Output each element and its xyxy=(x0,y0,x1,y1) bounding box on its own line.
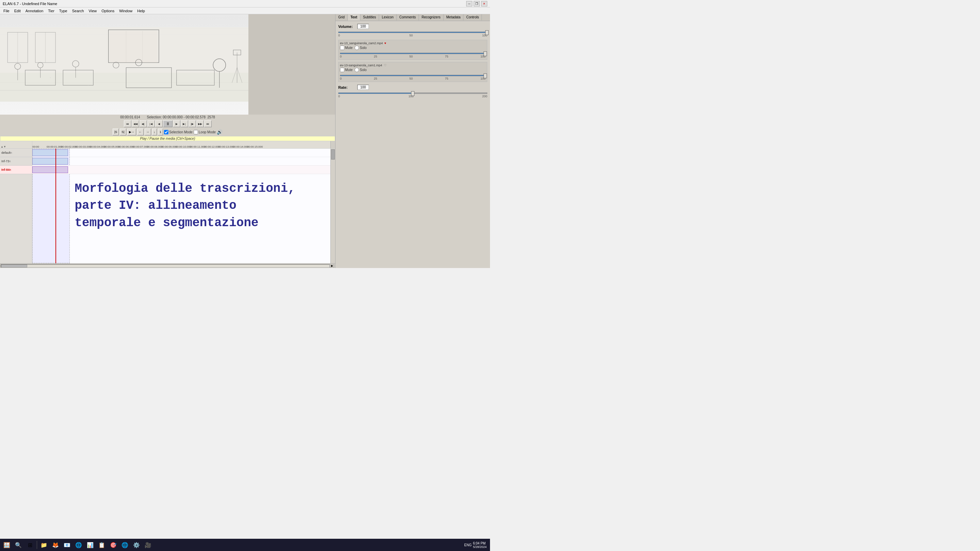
menu-search[interactable]: Search xyxy=(70,8,86,14)
ruler-left-spacer: ▲▼ xyxy=(0,141,32,148)
right-panel: Grid Text Subtitles Lexicon Comments Rec… xyxy=(335,14,490,268)
h-scroll-thumb[interactable] xyxy=(1,265,27,267)
menu-window[interactable]: Window xyxy=(117,8,134,14)
play-pause-button[interactable]: ⏸ xyxy=(163,121,172,127)
loop-mode-checkbox[interactable] xyxy=(194,130,198,134)
left-panel: 00:00:01.614 Selection: 00:00:00.000 - 0… xyxy=(0,14,335,268)
transport-row2: |S S| ▶→ ← → ↓ 1 Selection Mode Loop Mod… xyxy=(0,128,335,136)
media2-fill xyxy=(340,75,485,76)
media2-volume-slider: 0 25 50 75 100 xyxy=(340,75,485,80)
timeline-main: default ft Inf-73 ft Inf-84 ft xyxy=(0,149,335,263)
menu-tier[interactable]: Tier xyxy=(46,8,56,14)
volume-icon[interactable]: 🔊 xyxy=(217,129,223,135)
next-annotation-button[interactable]: ▶| xyxy=(181,121,188,127)
tab-metadata[interactable]: Metadata xyxy=(444,14,464,21)
volume-row: Volume: xyxy=(338,24,487,29)
rate-input[interactable] xyxy=(357,85,369,90)
down-button[interactable]: ↓ xyxy=(152,129,157,135)
media1-solo-radio[interactable] xyxy=(355,46,359,50)
step-fwd-button[interactable]: |▶ xyxy=(189,121,196,127)
fwd-arrow-button[interactable]: → xyxy=(145,129,151,135)
menu-file[interactable]: File xyxy=(2,8,11,14)
media2-thumb[interactable] xyxy=(484,73,487,78)
selection-mode-label: Selection Mode xyxy=(164,130,192,134)
controls-content: Volume: 0 50 100 ev-13_sanguinerola_cam2… xyxy=(336,21,490,268)
svg-point-32 xyxy=(50,77,51,78)
tab-comments[interactable]: Comments xyxy=(397,14,419,21)
annotation-segment[interactable] xyxy=(32,158,68,165)
rate-fill xyxy=(339,93,413,94)
prev-annotation-button[interactable]: |◀ xyxy=(147,121,155,127)
tier-label-inf73[interactable]: Inf-73 ft xyxy=(0,157,32,166)
master-volume-thumb[interactable] xyxy=(485,30,488,35)
big-text-content: Morfologia delle trascrizioni, parte IV:… xyxy=(75,180,295,232)
volume-input[interactable] xyxy=(357,24,369,29)
horizontal-scrollbar[interactable]: ▶ xyxy=(0,263,335,268)
media1-heart-icon: ♥ xyxy=(385,41,386,45)
master-volume-slider: 0 50 100 xyxy=(338,32,487,37)
h-scroll-right[interactable]: ▶ xyxy=(330,264,334,268)
media1-thumb[interactable] xyxy=(484,51,487,56)
v-scroll-header xyxy=(331,141,335,148)
tab-recognizers[interactable]: Recognizers xyxy=(419,14,444,21)
media1-mute-checkbox[interactable] xyxy=(340,46,344,50)
master-volume-fill xyxy=(339,32,487,33)
one-button[interactable]: 1 xyxy=(158,129,163,135)
menu-edit[interactable]: Edit xyxy=(12,8,23,14)
go-to-end-button[interactable]: ⏭ xyxy=(204,121,212,127)
rate-track[interactable] xyxy=(338,92,487,94)
annotation-segment-inf84[interactable] xyxy=(32,166,68,173)
menu-help[interactable]: Help xyxy=(135,8,147,14)
menu-options[interactable]: Options xyxy=(99,8,116,14)
set-selection-end[interactable]: S| xyxy=(120,129,126,135)
big-text-overlay: Morfologia delle trascrizioni, parte IV:… xyxy=(70,149,331,263)
menu-annotation[interactable]: Annotation xyxy=(24,8,46,14)
menu-view[interactable]: View xyxy=(87,8,99,14)
close-button[interactable]: ✕ xyxy=(481,1,487,6)
tier-content-area: Morfologia delle trascrizioni, parte IV:… xyxy=(32,149,331,263)
window-controls: ─ ❐ ✕ xyxy=(466,1,487,6)
go-to-beginning-button[interactable]: ⏮ xyxy=(124,121,131,127)
volume-label: Volume: xyxy=(338,24,355,29)
media2-controls: Mute Solo xyxy=(340,68,485,72)
media1-track[interactable] xyxy=(340,53,485,54)
current-time: 00:00:01.614 xyxy=(120,115,140,119)
vertical-scrollbar[interactable] xyxy=(331,149,335,263)
next-scroll-button[interactable]: ▶ xyxy=(173,121,180,127)
media1-solo-label: Solo xyxy=(355,46,366,50)
transport-controls: ⏮ ◀◀ ◀| |◀ ◀ ⏸ ▶ ▶| |▶ ▶▶ ⏭ xyxy=(0,120,335,128)
back-arrow-button[interactable]: ← xyxy=(137,129,143,135)
play-selection[interactable]: ▶→ xyxy=(127,129,136,135)
tier-labels: default ft Inf-73 ft Inf-84 ft xyxy=(0,149,32,263)
next-keyframe-button[interactable]: ▶▶ xyxy=(196,121,204,127)
media2-track[interactable] xyxy=(340,75,485,76)
media1-fill xyxy=(340,53,485,54)
selection-mode-checkbox[interactable] xyxy=(164,130,169,134)
tab-grid[interactable]: Grid xyxy=(336,14,348,21)
media1-volume-slider: 0 25 50 75 100 xyxy=(340,53,485,58)
set-selection-start[interactable]: |S xyxy=(113,129,119,135)
tab-controls[interactable]: Controls xyxy=(463,14,482,21)
tier-label-inf84[interactable]: Inf-84 ft xyxy=(0,166,32,174)
tab-lexicon[interactable]: Lexicon xyxy=(379,14,396,21)
rate-slider: 0 100 200 xyxy=(338,92,487,98)
h-scroll-track[interactable] xyxy=(1,264,330,268)
tier-label-default[interactable]: default ft xyxy=(0,149,32,157)
timeline-area: ▲▼ 00:00 00:00:01.000 00:00:02.000 00:00… xyxy=(0,141,335,268)
tab-text[interactable]: Text xyxy=(348,14,360,21)
tab-subtitles[interactable]: Subtitles xyxy=(360,14,379,21)
menu-type[interactable]: Type xyxy=(57,8,69,14)
prev-keyframe-button[interactable]: ◀◀ xyxy=(132,121,139,127)
v-scroll-thumb[interactable] xyxy=(331,149,335,159)
media2-solo-radio[interactable] xyxy=(355,68,359,72)
step-back-button[interactable]: ◀| xyxy=(140,121,147,127)
video-area xyxy=(0,14,248,114)
restore-button[interactable]: ❐ xyxy=(474,1,480,6)
minimize-button[interactable]: ─ xyxy=(466,1,472,6)
rate-thumb[interactable] xyxy=(411,91,414,96)
annotation-segment[interactable] xyxy=(32,149,68,156)
media2-solo-label: Solo xyxy=(355,68,366,72)
master-volume-track[interactable] xyxy=(338,32,487,33)
prev-scroll-button[interactable]: ◀ xyxy=(155,121,163,127)
media2-mute-checkbox[interactable] xyxy=(340,68,344,72)
